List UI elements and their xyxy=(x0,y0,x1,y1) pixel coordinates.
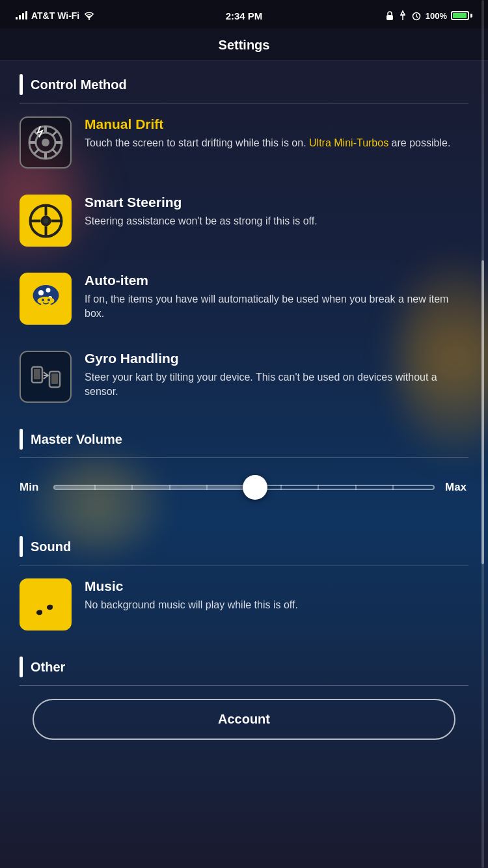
control-method-title: Control Method xyxy=(31,77,127,92)
volume-control[interactable]: Min xyxy=(0,458,488,523)
gyro-handling-description: Steer your kart by tilting your device. … xyxy=(85,370,468,400)
volume-slider[interactable] xyxy=(53,471,435,504)
svg-rect-1 xyxy=(386,15,393,20)
auto-item-description: If on, the items you have will automatic… xyxy=(85,292,468,321)
gyro-handling-title: Gyro Handling xyxy=(85,351,468,366)
mushroom-svg xyxy=(28,281,64,317)
auto-item-icon xyxy=(20,273,72,325)
svg-line-13 xyxy=(52,131,57,136)
smart-steering-title: Smart Steering xyxy=(85,195,468,210)
sound-section-indicator xyxy=(20,536,23,557)
gyro-handling-icon xyxy=(20,351,72,403)
manual-drift-icon xyxy=(20,116,72,169)
svg-line-5 xyxy=(416,16,418,18)
svg-line-14 xyxy=(52,149,57,154)
manual-drift-description: Touch the screen to start drifting while… xyxy=(85,136,468,150)
master-volume-title: Master Volume xyxy=(31,432,122,447)
carrier-label: AT&T Wi-Fi xyxy=(31,10,79,21)
gyro-handling-text: Gyro Handling Steer your kart by tilting… xyxy=(85,351,468,400)
other-section-header: Other xyxy=(0,644,488,685)
auto-item-text: Auto-item If on, the items you have will… xyxy=(85,273,468,321)
status-left: AT&T Wi-Fi xyxy=(16,10,95,21)
master-volume-section-header: Master Volume xyxy=(0,416,488,457)
scroll-indicator xyxy=(481,0,484,868)
status-right: 100% xyxy=(385,10,472,21)
auto-item-title: Auto-item xyxy=(85,273,468,288)
control-method-section-header: Control Method xyxy=(0,61,488,103)
svg-point-19 xyxy=(43,218,48,223)
other-section-indicator xyxy=(20,657,23,677)
svg-point-0 xyxy=(88,18,90,20)
svg-point-8 xyxy=(42,139,49,146)
music-title: Music xyxy=(85,578,468,594)
manual-drift-item[interactable]: Manual Drift Touch the screen to start d… xyxy=(0,103,488,182)
scroll-thumb xyxy=(481,260,484,564)
svg-point-26 xyxy=(46,288,50,292)
tire-svg xyxy=(26,123,65,162)
svg-point-25 xyxy=(38,290,44,295)
svg-rect-35 xyxy=(51,373,58,384)
sound-title: Sound xyxy=(31,539,71,554)
volume-min-label: Min xyxy=(20,481,43,494)
phone-gyro-svg xyxy=(28,359,64,395)
music-icon xyxy=(20,578,72,631)
music-item[interactable]: Music No background music will play whil… xyxy=(0,565,488,644)
account-button-label: Account xyxy=(218,712,270,726)
signal-icon xyxy=(16,12,27,20)
settings-content[interactable]: Control Method xyxy=(0,61,488,802)
music-text: Music No background music will play whil… xyxy=(85,578,468,612)
other-divider xyxy=(20,685,468,686)
manual-drift-text: Manual Drift Touch the screen to start d… xyxy=(85,116,468,150)
section-indicator xyxy=(20,74,23,95)
svg-point-31 xyxy=(47,299,50,301)
status-bar: AT&T Wi-Fi 2:34 PM 100% xyxy=(0,0,488,29)
smart-steering-text: Smart Steering Steering assistance won't… xyxy=(85,195,468,228)
music-note-svg xyxy=(29,588,62,621)
svg-line-15 xyxy=(34,149,39,154)
alarm-icon xyxy=(411,10,422,21)
slider-thumb[interactable] xyxy=(243,475,267,500)
battery-percent: 100% xyxy=(426,11,447,21)
volume-max-label: Max xyxy=(445,481,468,494)
steering-wheel-svg xyxy=(28,203,64,239)
gyro-handling-item[interactable]: Gyro Handling Steer your kart by tilting… xyxy=(0,338,488,416)
smart-steering-item[interactable]: Smart Steering Steering assistance won't… xyxy=(0,182,488,260)
svg-rect-29 xyxy=(41,303,51,311)
sound-section-header: Sound xyxy=(0,523,488,565)
volume-section-indicator xyxy=(20,429,23,450)
wifi-icon xyxy=(83,11,95,20)
battery-icon xyxy=(451,11,472,20)
other-title: Other xyxy=(31,660,65,675)
lock-icon xyxy=(385,10,394,21)
svg-point-30 xyxy=(42,299,44,301)
auto-item-item[interactable]: Auto-item If on, the items you have will… xyxy=(0,260,488,338)
time-display: 2:34 PM xyxy=(226,10,263,21)
location-icon xyxy=(398,10,407,21)
page-title: Settings xyxy=(219,38,270,52)
slider-track xyxy=(53,485,435,490)
music-description: No background music will play while this… xyxy=(85,598,468,612)
account-button[interactable]: Account xyxy=(33,699,455,740)
page-header: Settings xyxy=(0,29,488,61)
manual-drift-title: Manual Drift xyxy=(85,116,468,132)
svg-rect-33 xyxy=(34,369,40,379)
smart-steering-icon xyxy=(20,195,72,247)
smart-steering-description: Steering assistance won't be as strong i… xyxy=(85,214,468,228)
